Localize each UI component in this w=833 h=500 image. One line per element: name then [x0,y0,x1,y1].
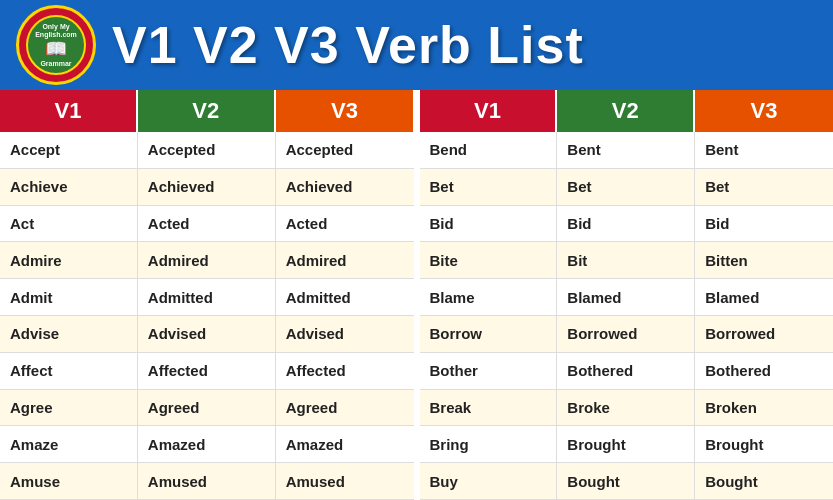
logo-text-bottom: Grammar [40,60,71,67]
cell-v3: Bet [695,169,833,205]
cell-v2: Bid [557,206,695,242]
cell-v2: Bet [557,169,695,205]
cell-v3: Agreed [276,390,414,426]
cell-v1: Achieve [0,169,138,205]
cell-v2: Borrowed [557,316,695,352]
cell-v1: Break [420,390,558,426]
cell-v1: Bite [420,242,558,278]
book-icon: 📖 [45,38,67,60]
table-row: Borrow Borrowed Borrowed [420,316,834,353]
table-row: Bother Bothered Bothered [420,353,834,390]
table-row: Bend Bent Bent [420,132,834,169]
page-title: V1 V2 V3 Verb List [112,15,584,75]
cell-v2: Agreed [138,390,276,426]
table-row: Admire Admired Admired [0,242,414,279]
table-row: Bet Bet Bet [420,169,834,206]
table-row: Buy Bought Bought [420,463,834,500]
table-row: Achieve Achieved Achieved [0,169,414,206]
cell-v2: Bought [557,463,695,499]
cell-v1: Amaze [0,426,138,462]
cell-v1: Accept [0,132,138,168]
cell-v2: Amused [138,463,276,499]
logo-text-top: Only MyEnglish.com [35,23,77,38]
cell-v2: Bit [557,242,695,278]
cell-v2: Blamed [557,279,695,315]
cell-v3: Broken [695,390,833,426]
table-row: Break Broke Broken [420,390,834,427]
table-row: Bring Brought Brought [420,426,834,463]
cell-v1: Agree [0,390,138,426]
cell-v1: Admire [0,242,138,278]
cell-v1: Act [0,206,138,242]
cell-v3: Accepted [276,132,414,168]
cell-v3: Achieved [276,169,414,205]
cell-v1: Bother [420,353,558,389]
cell-v1: Affect [0,353,138,389]
cell-v2: Achieved [138,169,276,205]
left-th-v2: V2 [138,90,276,132]
cell-v3: Advised [276,316,414,352]
cell-v3: Amazed [276,426,414,462]
cell-v2: Bothered [557,353,695,389]
right-th-v2: V2 [557,90,695,132]
table-row: Amuse Amused Amused [0,463,414,500]
cell-v1: Bid [420,206,558,242]
cell-v3: Bitten [695,242,833,278]
cell-v3: Affected [276,353,414,389]
right-table-body: Bend Bent Bent Bet Bet Bet Bid Bid Bid B… [420,132,834,500]
cell-v1: Advise [0,316,138,352]
cell-v3: Amused [276,463,414,499]
cell-v2: Advised [138,316,276,352]
cell-v2: Affected [138,353,276,389]
cell-v1: Buy [420,463,558,499]
cell-v2: Amazed [138,426,276,462]
cell-v2: Acted [138,206,276,242]
table-row: Blame Blamed Blamed [420,279,834,316]
cell-v3: Admired [276,242,414,278]
cell-v1: Bet [420,169,558,205]
cell-v2: Bent [557,132,695,168]
cell-v3: Admitted [276,279,414,315]
cell-v2: Accepted [138,132,276,168]
cell-v3: Bid [695,206,833,242]
cell-v1: Admit [0,279,138,315]
table-row: Amaze Amazed Amazed [0,426,414,463]
left-th-v3: V3 [276,90,414,132]
cell-v3: Borrowed [695,316,833,352]
cell-v1: Amuse [0,463,138,499]
table-row: Accept Accepted Accepted [0,132,414,169]
cell-v2: Broke [557,390,695,426]
right-th-v3: V3 [695,90,833,132]
table-row: Agree Agreed Agreed [0,390,414,427]
cell-v3: Bent [695,132,833,168]
cell-v3: Bought [695,463,833,499]
cell-v2: Brought [557,426,695,462]
left-table: V1 V2 V3 Accept Accepted Accepted Achiev… [0,90,414,500]
cell-v3: Acted [276,206,414,242]
cell-v1: Borrow [420,316,558,352]
cell-v1: Bring [420,426,558,462]
cell-v3: Blamed [695,279,833,315]
table-row: Admit Admitted Admitted [0,279,414,316]
cell-v1: Bend [420,132,558,168]
header: Only MyEnglish.com 📖 Grammar V1 V2 V3 Ve… [0,0,833,90]
table-row: Affect Affected Affected [0,353,414,390]
table-row: Act Acted Acted [0,206,414,243]
cell-v3: Brought [695,426,833,462]
table-row: Bite Bit Bitten [420,242,834,279]
cell-v3: Bothered [695,353,833,389]
left-th-v1: V1 [0,90,138,132]
logo: Only MyEnglish.com 📖 Grammar [16,5,96,85]
cell-v2: Admired [138,242,276,278]
cell-v1: Blame [420,279,558,315]
table-row: Bid Bid Bid [420,206,834,243]
left-table-body: Accept Accepted Accepted Achieve Achieve… [0,132,414,500]
right-table: V1 V2 V3 Bend Bent Bent Bet Bet Bet Bid … [420,90,834,500]
table-row: Advise Advised Advised [0,316,414,353]
right-th-v1: V1 [420,90,558,132]
cell-v2: Admitted [138,279,276,315]
